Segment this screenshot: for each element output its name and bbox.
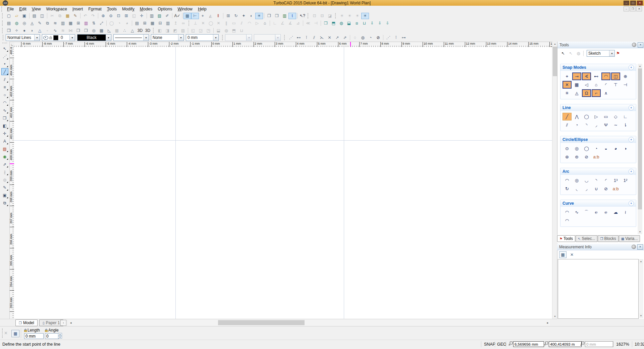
panel-node-select-icon[interactable]: ↖ (567, 50, 575, 57)
tangent-arc-icon[interactable]: ◝ (582, 121, 591, 129)
undo-icon[interactable]: ↶ (82, 13, 89, 19)
sketch-curve-icon[interactable]: ≀ (621, 208, 630, 216)
minimize-button[interactable]: – (624, 1, 629, 5)
circle-dash-b-icon[interactable]: ◍ (359, 35, 367, 41)
scroll-up-icon[interactable]: ▲ (552, 42, 557, 46)
arc-fixed-ratio-icon[interactable]: a:b (611, 185, 620, 193)
drawing-canvas[interactable] (14, 47, 552, 319)
tangent-circle-icon[interactable]: ◔ (572, 121, 581, 129)
canvas-vertical-scrollbar[interactable]: ▲ ▼ (552, 42, 557, 319)
snap-nearest-entity-icon[interactable]: ◁ (582, 81, 591, 89)
label3d-b-icon[interactable]: 3D (144, 28, 152, 34)
snap-vertical-icon[interactable]: ⊤ (611, 81, 620, 89)
vertical-scroll-thumb[interactable] (553, 47, 557, 76)
sweep-icon[interactable]: ⬓ (345, 20, 353, 27)
multiline-tool[interactable]: ≡ (1, 84, 8, 91)
bezier-icon[interactable]: ◠ (562, 208, 572, 216)
window-tile-icon[interactable]: ❒ (273, 13, 281, 19)
measurement-scrollbar[interactable]: ▲ ▼ (639, 259, 643, 318)
pen-width-combo[interactable]: 0 ▼ (42, 34, 75, 41)
arc-concentric-icon[interactable]: ◎ (572, 177, 581, 184)
paint-tool[interactable]: ▨ (1, 145, 8, 152)
lock-icon[interactable] (49, 36, 52, 39)
panel-close-icon[interactable]: ✕ (637, 244, 643, 250)
tab-selection[interactable]: ↖Selec... (576, 235, 597, 242)
panel-close-icon[interactable]: ✕ (638, 42, 643, 48)
text-tool[interactable]: A (1, 138, 8, 145)
scroll-right-icon[interactable]: ▶ (545, 320, 550, 325)
zoom-out-icon[interactable]: ⊖ (107, 13, 115, 19)
x-coordinate-field[interactable] (513, 341, 544, 347)
constraint-tri-icon[interactable]: ▷ (253, 20, 261, 27)
render-settings-icon[interactable]: ✦ (240, 13, 248, 19)
context-help-icon[interactable]: ↖? (299, 13, 306, 19)
width-combo[interactable]: 0 mm ▼ (186, 34, 219, 41)
hemisphere-icon[interactable]: ◗ (28, 28, 36, 34)
scroll-down-icon[interactable]: ▼ (638, 230, 642, 234)
snap-workplane-icon[interactable]: ◬ (572, 89, 581, 97)
ungroup-icon[interactable]: ⊟ (318, 13, 326, 19)
fit-spline-icon[interactable]: ⌒ (582, 208, 591, 216)
circle-center-radius-icon[interactable]: ⊙ (562, 145, 572, 152)
bool-subtract-icon[interactable]: ◨ (164, 28, 171, 34)
menu-view[interactable]: View (29, 6, 44, 12)
donut-icon[interactable]: ◎ (20, 20, 28, 27)
tab-model[interactable]: ❒Model (15, 319, 38, 326)
hatch3-icon[interactable]: ▨ (179, 28, 187, 34)
knife-tool[interactable]: ✎ (1, 184, 8, 191)
no-snap-icon[interactable]: ⊘ (374, 35, 382, 41)
section-header[interactable]: Arc« (560, 168, 636, 175)
bool-add-icon[interactable]: ◧ (156, 28, 164, 34)
arc-rotated-icon[interactable]: ⊘ (601, 185, 610, 193)
format-painter-icon[interactable]: ✎ (71, 13, 79, 19)
tab-variables[interactable]: ▦Varia... (619, 235, 640, 242)
lock-icon[interactable] (24, 329, 27, 332)
zoom-previous-icon[interactable]: ◱ (130, 13, 138, 19)
mesh-icon[interactable]: ≋ (59, 28, 67, 34)
snap-quadrant-icon[interactable]: ◫ (611, 72, 620, 80)
ellipse-icon[interactable]: ⊜ (572, 153, 581, 161)
open-icon[interactable]: ▱ (13, 13, 20, 19)
cut-icon[interactable]: ✂ (48, 13, 56, 19)
walk-mode-icon[interactable]: t (288, 13, 296, 19)
pen-color-swatch[interactable] (53, 35, 58, 40)
grid-b-icon[interactable]: ▦ (149, 20, 156, 27)
section-header[interactable]: Curve« (560, 200, 636, 207)
angle-b-icon[interactable]: ∡ (286, 20, 294, 27)
revolve-icon[interactable]: ◍ (337, 20, 345, 27)
snap-grid-icon[interactable]: ▦ (572, 81, 581, 89)
arc-start-end-icon[interactable]: ◡ (582, 177, 591, 184)
chevron-down-icon[interactable]: ▼ (178, 35, 183, 41)
slice-a-icon[interactable]: ◱ (189, 28, 197, 34)
circle-2point-icon[interactable]: ◯ (582, 145, 591, 152)
measurement-close-icon[interactable]: ✕ (569, 252, 575, 258)
make-block-icon[interactable]: ◪ (326, 13, 334, 19)
collapse-chevron-icon[interactable]: « (629, 169, 634, 174)
insert-window-icon[interactable]: ⊞ (224, 13, 232, 19)
scroll-up-icon[interactable]: ▲ (639, 259, 643, 264)
chevron-down-icon[interactable]: ▼ (143, 35, 149, 41)
snap-arc-center-icon[interactable]: ◠ (601, 72, 610, 80)
ellipse-b-icon[interactable]: ◔ (115, 20, 123, 27)
select-mode-icon[interactable]: ⌖ (199, 13, 207, 19)
ellipse-a-icon[interactable]: ◯ (108, 20, 115, 27)
snap-none-icon[interactable]: ⌖ (562, 72, 572, 80)
move-tool[interactable]: ✛ (1, 130, 8, 137)
select-rect-tool[interactable]: ▣ (1, 192, 8, 199)
render-tool[interactable]: ◉ (1, 153, 8, 160)
world-icon[interactable]: ◍ (13, 20, 20, 27)
new-icon[interactable]: ▢ (5, 13, 13, 19)
solid-tool[interactable]: ◧ (1, 122, 8, 129)
arc-3point-icon[interactable]: ◝ (592, 177, 601, 184)
vbox-b-icon[interactable]: ❒ (82, 28, 90, 34)
extrude2-icon[interactable]: ⬓ (215, 28, 222, 34)
menu-format[interactable]: Format (86, 6, 104, 12)
lamp-icon[interactable]: ☀ (255, 13, 263, 19)
snap-angle2-icon[interactable]: ⋋ (318, 35, 326, 41)
collapse-chevron-icon[interactable]: « (629, 201, 634, 206)
arc-center-radius-icon[interactable]: ◠ (562, 177, 572, 184)
hatch-gray-icon[interactable]: ▩ (113, 28, 121, 34)
tab-tools[interactable]: ⚑Tools (557, 235, 575, 242)
edit-selection-tool[interactable]: ⋰ (1, 53, 8, 60)
snap-point2-icon[interactable]: ⊷ (295, 35, 303, 41)
